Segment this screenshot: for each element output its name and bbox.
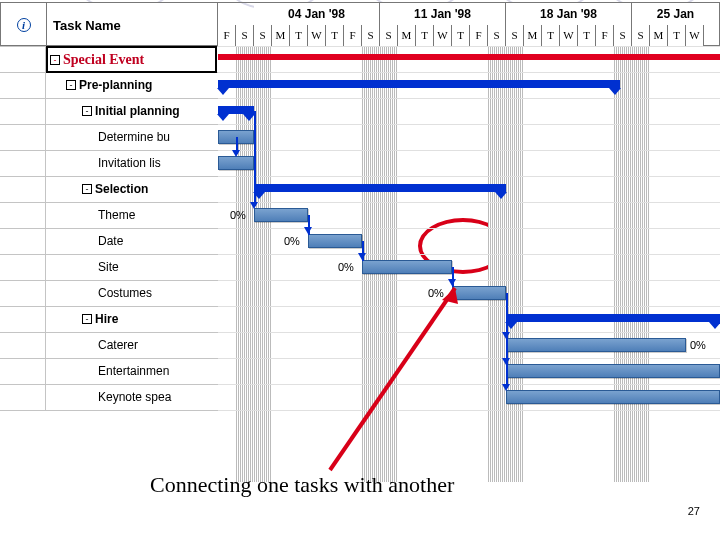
day-header-cell[interactable]: F xyxy=(470,25,488,47)
collapse-icon[interactable]: - xyxy=(82,106,92,116)
task-name-label: Hire xyxy=(95,312,118,326)
task-row[interactable]: -Hire xyxy=(0,306,218,332)
task-row[interactable]: Caterer xyxy=(0,332,218,358)
day-header-cell[interactable]: F xyxy=(344,25,362,47)
task-row[interactable]: Determine bu xyxy=(0,124,218,150)
task-bar[interactable] xyxy=(506,338,686,352)
day-header-cell[interactable]: W xyxy=(308,25,326,47)
summary-bar[interactable] xyxy=(254,184,506,192)
task-row[interactable]: -Initial planning xyxy=(0,98,218,124)
task-name-label: Entertainmen xyxy=(98,364,169,378)
task-name-label: Invitation lis xyxy=(98,156,161,170)
task-bar[interactable] xyxy=(362,260,452,274)
task-row[interactable]: Date xyxy=(0,228,218,254)
slide-number: 27 xyxy=(688,505,700,517)
summary-bar[interactable] xyxy=(218,106,254,114)
day-header-cell[interactable]: S xyxy=(236,25,254,47)
task-name-label: Costumes xyxy=(98,286,152,300)
day-header-cell[interactable]: T xyxy=(542,25,560,47)
weekend-shading xyxy=(632,46,650,482)
task-name-label: Theme xyxy=(98,208,135,222)
weekend-shading xyxy=(254,46,272,482)
day-header-cell[interactable]: T xyxy=(416,25,434,47)
day-header-cell[interactable]: S xyxy=(632,25,650,47)
dependency-arrow-icon xyxy=(358,253,366,260)
task-row[interactable]: Invitation lis xyxy=(0,150,218,176)
day-header-cell[interactable]: M xyxy=(650,25,668,47)
day-header-cell[interactable]: S xyxy=(254,25,272,47)
task-bar[interactable] xyxy=(254,208,308,222)
day-header-cell[interactable]: T xyxy=(668,25,686,47)
percent-complete-label: 0% xyxy=(338,261,354,273)
task-name-label: Keynote spea xyxy=(98,390,171,404)
date-group-header[interactable]: 18 Jan '98 xyxy=(506,3,632,25)
day-header-cell[interactable]: M xyxy=(524,25,542,47)
task-row[interactable]: Costumes xyxy=(0,280,218,306)
task-name-label: Selection xyxy=(95,182,148,196)
selected-cell-highlight xyxy=(46,46,217,73)
task-bar[interactable] xyxy=(308,234,362,248)
collapse-icon[interactable]: - xyxy=(66,80,76,90)
date-group-header[interactable]: 04 Jan '98 xyxy=(254,3,380,25)
taskname-column-header[interactable]: Task Name xyxy=(47,3,219,47)
summary-bar[interactable] xyxy=(218,54,720,60)
task-name-label: Determine bu xyxy=(98,130,170,144)
day-header-cell[interactable]: T xyxy=(326,25,344,47)
timeline: 04 Jan '9811 Jan '9818 Jan '9825 JanFSSM… xyxy=(218,2,720,482)
percent-complete-label: 0% xyxy=(428,287,444,299)
task-row[interactable]: Entertainmen xyxy=(0,358,218,384)
day-header-cell[interactable]: M xyxy=(272,25,290,47)
day-header-cell[interactable]: F xyxy=(596,25,614,47)
dependency-link xyxy=(506,293,508,388)
weekend-shading xyxy=(614,46,632,482)
day-header-cell[interactable]: S xyxy=(362,25,380,47)
date-group-header[interactable]: 11 Jan '98 xyxy=(380,3,506,25)
task-name-label: Site xyxy=(98,260,119,274)
weekend-shading xyxy=(506,46,524,482)
dependency-arrow-icon xyxy=(448,279,456,286)
day-header-cell[interactable]: W xyxy=(560,25,578,47)
date-group-header[interactable]: 25 Jan xyxy=(632,3,720,25)
dependency-arrow-icon xyxy=(502,332,510,339)
task-bar[interactable] xyxy=(218,156,254,170)
day-header-cell[interactable]: W xyxy=(686,25,704,47)
slide-caption: Connecting one tasks with another xyxy=(150,472,454,498)
dependency-arrow-icon xyxy=(232,150,240,157)
dependency-arrow-icon xyxy=(502,358,510,365)
task-table: i Task Name -Special Event-Pre-planning-… xyxy=(0,2,218,482)
day-header-cell[interactable]: M xyxy=(398,25,416,47)
task-row[interactable]: -Selection xyxy=(0,176,218,202)
percent-complete-label: 0% xyxy=(230,209,246,221)
day-header-cell[interactable]: S xyxy=(506,25,524,47)
percent-complete-label: 0% xyxy=(284,235,300,247)
task-row[interactable]: Keynote spea xyxy=(0,384,218,410)
task-bar[interactable] xyxy=(452,286,506,300)
day-header-cell[interactable]: W xyxy=(434,25,452,47)
task-name-label: Caterer xyxy=(98,338,138,352)
task-name-label: Date xyxy=(98,234,123,248)
task-row[interactable]: Theme xyxy=(0,202,218,228)
info-icon: i xyxy=(17,18,31,32)
dependency-arrow-icon xyxy=(304,227,312,234)
day-header-cell[interactable]: S xyxy=(488,25,506,47)
day-header-cell[interactable]: S xyxy=(614,25,632,47)
percent-complete-label: 0% xyxy=(690,339,706,351)
day-header-cell[interactable]: S xyxy=(380,25,398,47)
task-bar[interactable] xyxy=(506,364,720,378)
summary-bar[interactable] xyxy=(506,314,720,322)
day-header-cell[interactable]: T xyxy=(578,25,596,47)
collapse-icon[interactable]: - xyxy=(82,184,92,194)
task-bar[interactable] xyxy=(506,390,720,404)
collapse-icon[interactable]: - xyxy=(82,314,92,324)
day-header-cell[interactable]: F xyxy=(218,25,236,47)
day-header-cell[interactable]: T xyxy=(290,25,308,47)
task-name-label: Pre-planning xyxy=(79,78,152,92)
day-header-cell[interactable]: T xyxy=(452,25,470,47)
weekend-shading xyxy=(488,46,506,482)
task-row[interactable]: -Pre-planning xyxy=(0,72,218,98)
task-row[interactable]: Site xyxy=(0,254,218,280)
dependency-link xyxy=(254,111,256,206)
info-column-header[interactable]: i xyxy=(1,3,47,47)
summary-bar[interactable] xyxy=(218,80,620,88)
task-name-label: Initial planning xyxy=(95,104,180,118)
